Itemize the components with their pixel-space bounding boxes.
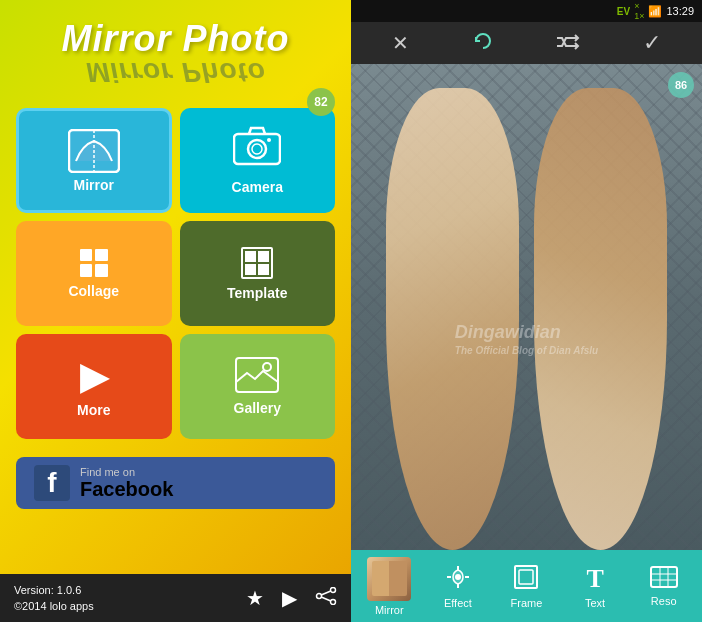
reso-tab-label: Reso [651, 595, 677, 607]
svg-point-10 [317, 593, 322, 598]
face-right [534, 88, 667, 550]
gallery-icon [235, 357, 279, 400]
star-icon[interactable]: ★ [246, 586, 264, 610]
svg-rect-16 [651, 567, 677, 587]
svg-point-5 [267, 138, 271, 142]
shuffle-icon[interactable] [550, 26, 586, 61]
svg-rect-15 [519, 570, 533, 584]
text-icon: T [586, 564, 603, 594]
collage-button[interactable]: Collage [16, 221, 172, 326]
svg-point-3 [248, 140, 266, 158]
watermark: Dingawidian The Official Blog of Dian Af… [455, 322, 598, 356]
more-button[interactable]: ▶ More [16, 334, 172, 439]
template-icon [241, 247, 273, 279]
play-icon[interactable]: ▶ [282, 586, 297, 610]
frame-tab-label: Frame [511, 597, 543, 609]
svg-line-12 [321, 597, 331, 601]
mirror-icon [68, 129, 120, 173]
facebook-name: Facebook [80, 478, 173, 501]
gallery-label: Gallery [234, 400, 281, 416]
right-panel: EV ×1× 📶 13:29 ✕ ✓ Dingawidian [351, 0, 702, 622]
bottom-icons: ★ ▶ [246, 586, 337, 610]
copyright-text: ©2014 lolo apps [14, 598, 94, 615]
bottom-bar-left: Version: 1.0.6 ©2014 lolo apps ★ ▶ [0, 574, 351, 622]
effect-icon [445, 564, 471, 594]
check-icon[interactable]: ✓ [637, 24, 667, 62]
camera-button[interactable]: Camera [180, 108, 336, 213]
badge-right: 86 [668, 72, 694, 98]
camera-icon [233, 126, 281, 175]
text-tab-label: Text [585, 597, 605, 609]
template-label: Template [227, 285, 287, 301]
app-title: Mirror Photo Mirror Photo [62, 18, 290, 88]
svg-point-7 [263, 363, 271, 371]
more-label: More [77, 402, 110, 418]
svg-point-9 [331, 599, 336, 604]
template-button[interactable]: Template [180, 221, 336, 326]
mirror-label: Mirror [74, 177, 114, 193]
facebook-logo: f [34, 465, 70, 501]
photo-container: Dingawidian The Official Blog of Dian Af… [351, 64, 702, 550]
more-icon: ▶ [80, 356, 108, 398]
signal-icon: 📶 [648, 5, 662, 18]
app-title-reflection: Mirror Photo [62, 56, 290, 88]
toolbar-right: ✕ ✓ [351, 22, 702, 64]
time-display: 13:29 [666, 5, 694, 17]
mirror-tab-label: Mirror [375, 604, 404, 616]
share-icon[interactable] [315, 587, 337, 610]
svg-point-13 [455, 574, 461, 580]
bottom-tabs: Mirror Effect [351, 550, 702, 622]
mirror-button[interactable]: Mirror [16, 108, 172, 213]
rotate-icon[interactable] [466, 24, 500, 63]
close-icon[interactable]: ✕ [386, 25, 415, 61]
left-panel: Mirror Photo Mirror Photo 82 Mirror [0, 0, 351, 622]
facebook-bar[interactable]: f Find me on Facebook [16, 457, 335, 509]
badge-left: 82 [307, 88, 335, 116]
svg-rect-6 [236, 358, 278, 392]
version-text: Version: 1.0.6 [14, 582, 94, 599]
svg-point-4 [252, 144, 262, 154]
effect-tab-label: Effect [444, 597, 472, 609]
collage-label: Collage [68, 283, 119, 299]
tab-frame[interactable]: Frame [492, 564, 561, 609]
svg-point-8 [331, 587, 336, 592]
camera-label: Camera [232, 179, 283, 195]
svg-line-11 [321, 591, 331, 595]
ev-value: ×1× [634, 1, 644, 21]
facebook-text: Find me on Facebook [80, 466, 173, 501]
status-bar: EV ×1× 📶 13:29 [351, 0, 702, 22]
main-grid: Mirror Camera [0, 98, 351, 449]
reso-icon [650, 566, 678, 592]
face-left [386, 88, 519, 550]
frame-icon [513, 564, 539, 594]
tab-reso[interactable]: Reso [629, 566, 698, 607]
gallery-button[interactable]: Gallery [180, 334, 336, 439]
ev-indicator: EV [617, 6, 630, 17]
app-title-main: Mirror Photo [62, 18, 290, 60]
mirror-tab-thumbnail [367, 557, 411, 601]
svg-rect-2 [234, 134, 280, 164]
tab-mirror[interactable]: Mirror [355, 557, 424, 616]
collage-icon [80, 249, 108, 277]
tab-effect[interactable]: Effect [424, 564, 493, 609]
watermark-main: Dingawidian [455, 322, 598, 343]
version-info: Version: 1.0.6 ©2014 lolo apps [14, 582, 94, 615]
facebook-find-text: Find me on [80, 466, 173, 478]
tab-text[interactable]: T Text [561, 564, 630, 609]
watermark-sub: The Official Blog of Dian Afslu [455, 345, 598, 356]
